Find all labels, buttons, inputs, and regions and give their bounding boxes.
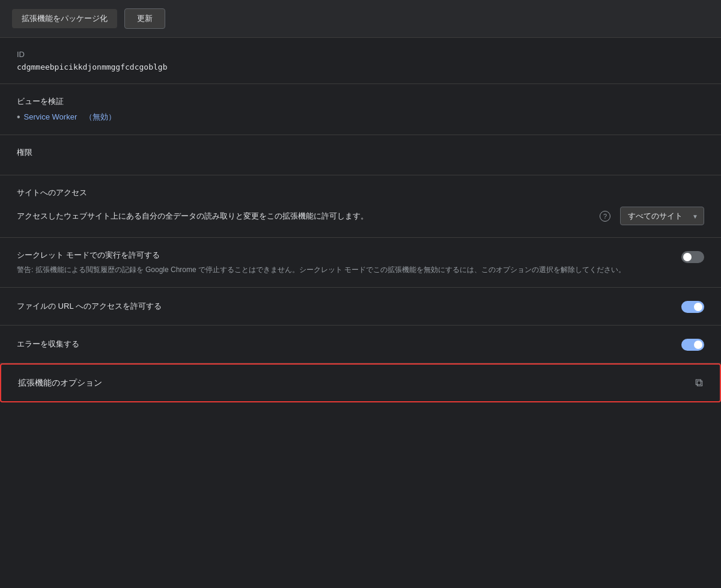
inspect-section: ビューを検証 • Service Worker （無効） [0, 84, 721, 135]
incognito-desc: 警告: 拡張機能による閲覧履歴の記録を Google Chrome で停止するこ… [17, 264, 669, 275]
permissions-title: 権限 [17, 147, 704, 158]
file-access-toggle[interactable] [681, 301, 704, 313]
site-access-section: サイトへのアクセス アクセスしたウェブサイト上にある自分の全データの読み取りと変… [0, 175, 721, 238]
file-access-slider [681, 301, 704, 313]
site-access-dropdown[interactable]: クリック時 特定のサイト すべてのサイト [620, 207, 704, 225]
id-label: ID [17, 50, 704, 59]
incognito-content: シークレット モードでの実行を許可する 警告: 拡張機能による閲覧履歴の記録を … [17, 250, 669, 275]
site-access-select-wrapper: クリック時 特定のサイト すべてのサイト [620, 207, 704, 225]
incognito-slider [681, 251, 704, 263]
inspect-item: • Service Worker （無効） [17, 112, 704, 123]
top-bar: 拡張機能をパッケージ化 更新 [0, 0, 721, 38]
id-value: cdgmmeebpicikkdjonmmggfcdcgoblgb [17, 62, 704, 71]
site-access-row: アクセスしたウェブサイト上にある自分の全データの読み取りと変更をこの拡張機能に許… [17, 207, 704, 225]
site-access-desc: アクセスしたウェブサイト上にある自分の全データの読み取りと変更をこの拡張機能に許… [17, 210, 590, 222]
error-slider [681, 339, 704, 351]
options-section[interactable]: 拡張機能のオプション ⧉ [0, 363, 721, 402]
options-label: 拡張機能のオプション [18, 378, 102, 389]
error-label: エラーを収集する [17, 339, 79, 350]
file-access-section: ファイルの URL へのアクセスを許可する [0, 288, 721, 326]
bullet-icon: • [17, 112, 20, 122]
site-access-title: サイトへのアクセス [17, 187, 704, 198]
external-link-icon: ⧉ [695, 377, 703, 389]
incognito-title: シークレット モードでの実行を許可する [17, 250, 669, 261]
error-section: エラーを収集する [0, 326, 721, 363]
id-section: ID cdgmmeebpicikkdjonmmggfcdcgoblgb [0, 38, 721, 84]
update-button[interactable]: 更新 [124, 8, 165, 29]
permissions-section: 権限 [0, 135, 721, 175]
content: ID cdgmmeebpicikkdjonmmggfcdcgoblgb ビューを… [0, 38, 721, 402]
inspect-title: ビューを検証 [17, 96, 704, 107]
incognito-section: シークレット モードでの実行を許可する 警告: 拡張機能による閲覧履歴の記録を … [0, 238, 721, 288]
help-icon[interactable]: ? [600, 211, 610, 222]
service-worker-link[interactable]: Service Worker （無効） [24, 112, 124, 123]
file-access-label: ファイルの URL へのアクセスを許可する [17, 301, 162, 312]
incognito-toggle[interactable] [681, 251, 704, 263]
package-button[interactable]: 拡張機能をパッケージ化 [12, 9, 117, 28]
error-toggle[interactable] [681, 339, 704, 351]
